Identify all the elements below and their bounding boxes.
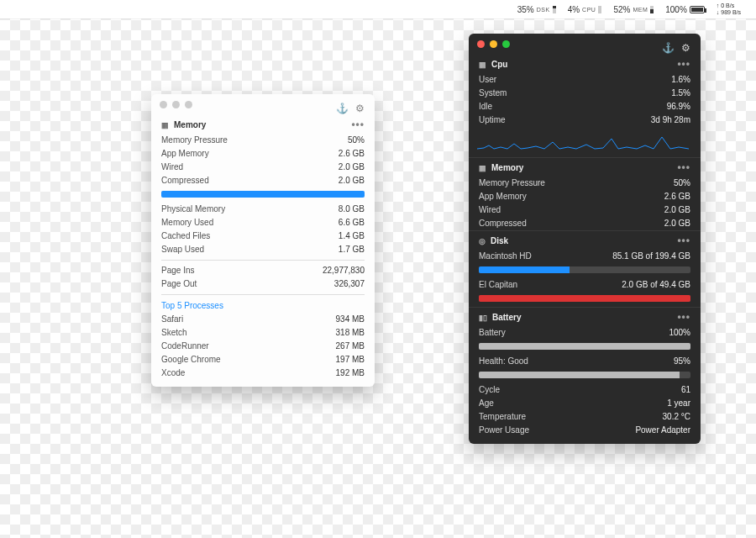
top-processes-link[interactable]: Top 5 Processes	[151, 298, 375, 313]
menubar-cpu[interactable]: 4% CPU	[568, 5, 602, 14]
stat-row: App Memory2.6 GB	[469, 190, 701, 203]
menubar-mem[interactable]: 52% MEM	[613, 5, 654, 14]
value: 2.0 GB	[339, 161, 365, 173]
gear-icon[interactable]: ⚙	[681, 42, 690, 54]
cpu-icon: ▦	[479, 61, 486, 69]
stat-row: CodeRunner267 MB	[151, 340, 375, 353]
more-icon[interactable]: •••	[677, 311, 690, 323]
label: Memory Pressure	[161, 134, 228, 146]
battery-health-row: Health: Good 95%	[469, 355, 701, 368]
label: Physical Memory	[161, 203, 225, 215]
stat-row: Cycle61	[469, 383, 701, 397]
cpu-sparkline	[477, 130, 692, 152]
label: Page Ins	[161, 265, 194, 277]
more-icon[interactable]: •••	[677, 161, 690, 173]
label: App Memory	[479, 191, 527, 203]
label: Idle	[479, 101, 492, 113]
menubar-battery[interactable]: 100%	[665, 5, 705, 14]
value: 100%	[669, 327, 690, 339]
menubar: 35% DSK 4% CPU 52% MEM 100% ↑ 0 B/s ↓ 98…	[0, 0, 756, 18]
cpu-title: Cpu	[491, 60, 507, 69]
traffic-lights[interactable]	[151, 94, 201, 115]
stat-row: User1.6%	[469, 73, 701, 87]
value: 95%	[674, 356, 690, 367]
stat-row: Memory Pressure50%	[151, 134, 375, 147]
stat-row: Age1 year	[469, 397, 701, 410]
stat-row: Sketch318 MB	[151, 326, 375, 340]
titlebar: ⚓ ⚙	[151, 94, 375, 115]
value: 1.6%	[671, 74, 690, 86]
menubar-cpu-value: 4%	[568, 5, 580, 14]
menubar-network[interactable]: ↑ 0 B/s ↓ 989 B/s	[717, 3, 741, 16]
bar-icon	[598, 6, 601, 13]
label: App Memory	[161, 148, 209, 160]
more-icon[interactable]: •••	[677, 235, 690, 246]
divider	[161, 294, 365, 295]
disk-icon: ◎	[479, 237, 486, 245]
memory-block-2: Physical Memory8.0 GBMemory Used6.6 GBCa…	[151, 203, 375, 256]
menubar-cpu-label: CPU	[582, 7, 596, 13]
battery-stats: Cycle61Age1 yearTemperature30.2 °CPower …	[469, 383, 701, 437]
label: Google Chrome	[161, 354, 221, 366]
label: Wired	[479, 204, 501, 216]
menubar-net-up: ↑ 0 B/s	[717, 3, 741, 9]
stat-row: Safari934 MB	[151, 313, 375, 326]
battery-header: ▮▯Battery •••	[469, 307, 701, 326]
value: 1 year	[667, 398, 690, 409]
label: Age	[479, 398, 494, 409]
label: Uptime	[479, 114, 506, 126]
stat-row: Memory Used6.6 GB	[151, 216, 375, 229]
more-icon[interactable]: •••	[677, 58, 690, 70]
memory-title: Memory	[491, 163, 523, 172]
memory-block-3: Page Ins22,977,830Page Out326,307	[151, 264, 375, 291]
menubar-disk[interactable]: 35% DSK	[517, 5, 556, 14]
cpu-rows: User1.6%System1.5%Idle96.9%Uptime3d 9h 2…	[469, 73, 701, 127]
menubar-mem-value: 52%	[613, 5, 630, 14]
memory-title: Memory	[174, 120, 206, 129]
label: CodeRunner	[161, 340, 209, 352]
value: 2.6 GB	[339, 148, 365, 160]
disk-stat: 85.1 GB of 199.4 GB	[612, 251, 690, 262]
stat-row: Idle96.9%	[469, 100, 701, 113]
stat-row: Memory Pressure50%	[469, 177, 701, 190]
label: Cached Files	[161, 230, 210, 242]
label: Safari	[161, 314, 183, 325]
pin-icon[interactable]: ⚓	[662, 42, 675, 54]
disk-stat: 2.0 GB of 49.4 GB	[622, 279, 690, 291]
stat-row: Temperature30.2 °C	[469, 410, 701, 424]
disk-bar-2	[479, 295, 690, 302]
memory-pressure-bar	[161, 191, 365, 198]
stat-row: Physical Memory8.0 GB	[151, 203, 375, 216]
more-icon[interactable]: •••	[351, 119, 365, 130]
bar-icon	[650, 6, 654, 13]
stat-row: Google Chrome197 MB	[151, 353, 375, 367]
battery-level-row: Battery 100%	[469, 326, 701, 340]
label: Power Usage	[479, 425, 529, 436]
value: 50%	[674, 177, 690, 189]
stat-row: Uptime3d 9h 28m	[469, 113, 701, 127]
memory-icon: ▦	[161, 121, 169, 129]
memory-panel-light: ⚓ ⚙ ▦Memory ••• Memory Pressure50%App Me…	[151, 94, 375, 387]
disk-name: Macintosh HD	[479, 251, 532, 262]
label: Battery	[479, 327, 506, 339]
pin-icon[interactable]: ⚓	[336, 103, 349, 114]
value: 3d 9h 28m	[651, 114, 690, 126]
traffic-lights[interactable]	[469, 34, 518, 55]
value: 6.6 GB	[339, 217, 365, 229]
value: 61	[681, 384, 690, 396]
stat-row: Compressed2.0 GB	[151, 174, 375, 187]
battery-icon: ▮▯	[479, 314, 487, 322]
label: Compressed	[161, 175, 209, 187]
gear-icon[interactable]: ⚙	[355, 103, 365, 114]
value: 30.2 °C	[663, 411, 690, 423]
memory-block-1: Memory Pressure50%App Memory2.6 GBWired2…	[151, 134, 375, 187]
menubar-disk-label: DSK	[537, 7, 550, 13]
divider	[161, 260, 365, 261]
label: Page Out	[161, 278, 197, 290]
menubar-disk-value: 35%	[517, 5, 534, 14]
label: Health: Good	[479, 356, 528, 367]
label: Cycle	[479, 384, 500, 396]
stat-row: Wired2.0 GB	[151, 161, 375, 174]
label: Xcode	[161, 367, 185, 379]
disk-vol-1: Macintosh HD 85.1 GB of 199.4 GB	[469, 250, 701, 263]
